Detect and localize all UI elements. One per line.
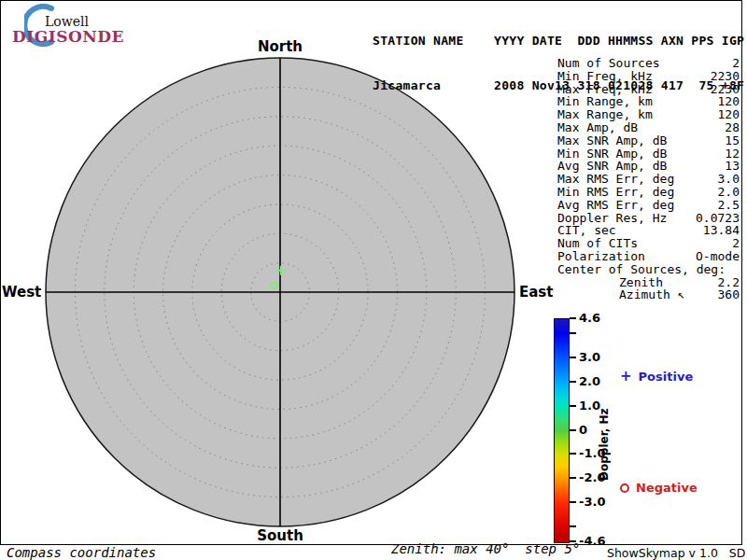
colorbar-tick (570, 525, 576, 527)
stat-row: Avg SNR Amp, dB13 (557, 160, 740, 173)
version-caption: ShowSkymap v 1.0 SD v 4.2 (607, 546, 747, 560)
stat-row: Avg RMS Err, deg2.5 (557, 199, 740, 212)
colorbar-tick (570, 405, 576, 407)
colorbar-axis-label: Doppler, Hz (598, 407, 611, 482)
legend-positive-label: Positive (639, 370, 694, 384)
stat-row: Zenith2.2 (557, 276, 740, 289)
stat-row: Num of Sources2 (557, 57, 740, 70)
header-columns: STATION NAME YYYY DATE DDD HHMMSS AXN PP… (373, 34, 744, 49)
digisonde-logo: Lowell DIGISONDE (9, 2, 131, 49)
colorbar-tick-label: 3.0 (579, 350, 600, 364)
stat-row: Max Freq, kHz2230 (557, 83, 740, 96)
cardinal-north-label: North (233, 38, 327, 55)
stat-row: Min Freq, kHz2230 (557, 70, 740, 83)
coordinates-caption: Compass coordinates (7, 545, 156, 560)
positive-marker-icon: + (620, 371, 632, 383)
stats-panel: Num of Sources2Min Freq, kHz2230Max Freq… (557, 57, 740, 301)
stat-row: Azimuth ↖360 (557, 288, 740, 301)
colorbar-tick-label: -3.0 (579, 495, 605, 509)
stat-row: Max SNR Amp, dB15 (557, 134, 740, 147)
stat-row: Max Range, km120 (557, 108, 740, 121)
negative-marker-icon (620, 483, 629, 493)
colorbar-tick-label: 4.6 (579, 311, 600, 325)
stat-row: Doppler Res, Hz0.0723 (557, 212, 740, 225)
stat-row: PolarizationO-mode (557, 250, 740, 263)
zenith-range-caption: Zenith: max 40° step 5° (391, 541, 580, 556)
legend-negative: Negative (620, 481, 698, 495)
stat-row: Min SNR Amp, dB12 (557, 147, 740, 161)
colorbar-tick (570, 453, 576, 455)
colorbar-tick (570, 357, 576, 358)
colorbar-tick (570, 501, 576, 503)
stat-row: Max RMS Err, deg3.0 (557, 173, 740, 186)
logo-digisonde-text: DIGISONDE (12, 27, 124, 46)
colorbar-tick (570, 317, 576, 319)
stat-row: Center of Sources, deg: (557, 263, 740, 276)
legend-positive: + Positive (620, 370, 693, 384)
stat-row: Max Amp, dB28 (557, 121, 740, 134)
colorbar-tick (570, 332, 576, 334)
cardinal-west-label: West (2, 284, 41, 301)
colorbar-tick (570, 477, 576, 479)
colorbar-tick-label: 2.0 (579, 374, 600, 388)
stat-row: Min RMS Err, deg2.0 (557, 186, 740, 199)
stat-row: Min Range, km120 (557, 95, 740, 108)
skymap-screen: Lowell DIGISONDE STATION NAME YYYY DATE … (0, 0, 747, 560)
colorbar-tick-label: -4.6 (579, 534, 605, 548)
colorbar (554, 318, 570, 543)
stat-row: CIT, sec13.84 (557, 224, 740, 237)
colorbar-tick-label: 0 (579, 423, 587, 437)
legend-negative-label: Negative (636, 481, 698, 495)
stat-row: Num of CITs2 (557, 237, 740, 250)
cardinal-south-label: South (233, 527, 327, 544)
colorbar-tick (570, 429, 576, 431)
colorbar-tick (570, 381, 576, 383)
